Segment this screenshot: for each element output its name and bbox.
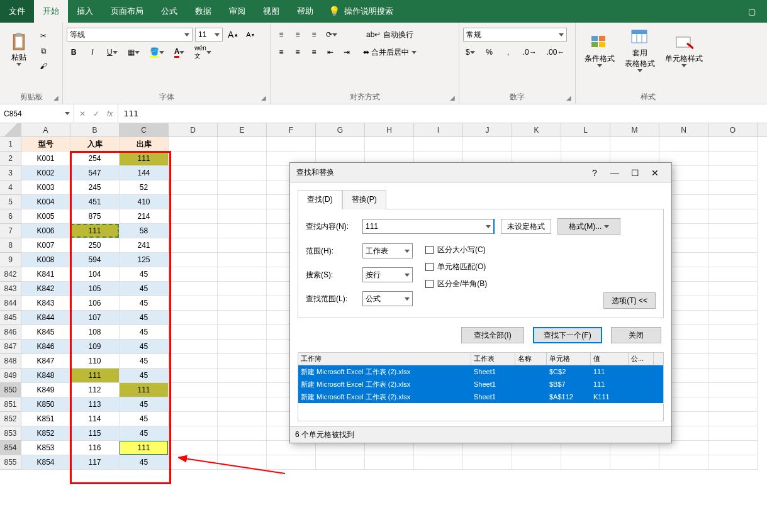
- tab-view[interactable]: 视图: [254, 0, 288, 23]
- increase-decimal-button[interactable]: .0→: [520, 45, 539, 59]
- cell[interactable]: [169, 441, 218, 455]
- borders-button[interactable]: ▦: [125, 45, 142, 59]
- cell[interactable]: [218, 296, 267, 311]
- tab-review[interactable]: 审阅: [220, 0, 254, 23]
- cell[interactable]: [267, 455, 316, 470]
- match-byte-checkbox[interactable]: 区分全/半角(B): [425, 279, 487, 289]
- result-row[interactable]: 新建 Microsoft Excel 工作表 (2).xlsxSheet1$A$…: [298, 391, 663, 403]
- lookin-select[interactable]: 公式: [362, 291, 413, 306]
- cell[interactable]: [708, 180, 758, 195]
- col-header-F[interactable]: F: [267, 123, 316, 136]
- cell[interactable]: [708, 296, 758, 311]
- cell[interactable]: [316, 455, 365, 470]
- row-header[interactable]: 843: [0, 282, 21, 296]
- cell[interactable]: 111: [120, 383, 169, 397]
- font-family-select[interactable]: 等线: [67, 28, 193, 42]
- decrease-indent-button[interactable]: ⇤: [323, 45, 337, 59]
- cell[interactable]: [169, 282, 218, 296]
- dialog-launcher-icon[interactable]: ◢: [450, 94, 455, 101]
- cell[interactable]: [218, 340, 267, 354]
- result-row[interactable]: 新建 Microsoft Excel 工作表 (2).xlsxSheet1$B$…: [298, 378, 663, 391]
- cell[interactable]: [708, 369, 758, 383]
- tell-me-search[interactable]: 💡 操作说明搜索: [328, 0, 393, 23]
- decrease-decimal-button[interactable]: .00←: [544, 45, 568, 59]
- cell[interactable]: 875: [70, 209, 120, 224]
- cell[interactable]: [463, 455, 512, 470]
- col-header-H[interactable]: H: [365, 123, 414, 136]
- col-header-M[interactable]: M: [610, 123, 659, 136]
- cell[interactable]: [708, 137, 758, 152]
- cell[interactable]: [365, 455, 414, 470]
- cell[interactable]: 214: [120, 209, 169, 224]
- cell[interactable]: K001: [21, 152, 70, 166]
- col-header-K[interactable]: K: [512, 123, 561, 136]
- row-header[interactable]: 848: [0, 354, 21, 369]
- phonetic-button[interactable]: wén文: [192, 45, 213, 59]
- cell[interactable]: [708, 238, 758, 253]
- increase-font-button[interactable]: A▲: [225, 28, 241, 42]
- scope-select[interactable]: 工作表: [362, 243, 413, 258]
- cell[interactable]: [708, 253, 758, 267]
- cell[interactable]: 107: [70, 311, 120, 325]
- cell[interactable]: [169, 253, 218, 267]
- cell[interactable]: [218, 152, 267, 166]
- cell[interactable]: 104: [70, 267, 120, 282]
- find-next-button[interactable]: 查找下一个(F): [533, 327, 602, 343]
- col-sheet[interactable]: 工作表: [471, 353, 515, 365]
- enter-icon[interactable]: ✓: [93, 109, 99, 118]
- cell[interactable]: 型号: [21, 137, 70, 152]
- cut-button[interactable]: ✂: [36, 29, 50, 43]
- cell[interactable]: 241: [120, 238, 169, 253]
- dialog-launcher-icon[interactable]: ◢: [261, 94, 266, 101]
- format-painter-button[interactable]: 🖌: [36, 59, 50, 73]
- cell[interactable]: K842: [21, 282, 70, 296]
- tab-data[interactable]: 数据: [186, 0, 220, 23]
- cell[interactable]: 45: [120, 369, 169, 383]
- maximize-button[interactable]: ☐: [625, 163, 645, 183]
- cell[interactable]: [708, 340, 758, 354]
- tab-find[interactable]: 查找(D): [298, 190, 342, 209]
- options-button[interactable]: 选项(T) <<: [603, 292, 656, 309]
- cell[interactable]: [218, 209, 267, 224]
- cancel-icon[interactable]: ✕: [79, 109, 86, 118]
- col-value[interactable]: 值: [591, 353, 629, 365]
- row-header[interactable]: 8: [0, 238, 21, 253]
- results-list[interactable]: 工作簿 工作表 名称 单元格 值 公... 新建 Microsoft Excel…: [298, 352, 664, 421]
- cell[interactable]: 113: [70, 397, 120, 412]
- cell[interactable]: K848: [21, 369, 70, 383]
- italic-button[interactable]: I: [86, 45, 99, 59]
- cell[interactable]: 45: [120, 282, 169, 296]
- tab-replace[interactable]: 替换(P): [342, 190, 386, 209]
- formula-input[interactable]: 111: [118, 104, 767, 123]
- cell[interactable]: [169, 340, 218, 354]
- cell[interactable]: [610, 455, 659, 470]
- underline-button[interactable]: U: [104, 45, 120, 59]
- col-header-O[interactable]: O: [708, 123, 758, 136]
- cell[interactable]: [414, 455, 463, 470]
- cell[interactable]: [561, 455, 610, 470]
- row-header[interactable]: 853: [0, 426, 21, 441]
- cell[interactable]: 45: [120, 455, 169, 470]
- align-bottom-button[interactable]: ≡: [307, 28, 321, 42]
- cell[interactable]: 45: [120, 325, 169, 340]
- cell[interactable]: K004: [21, 195, 70, 209]
- align-center-button[interactable]: ≡: [291, 45, 305, 59]
- cell[interactable]: K845: [21, 325, 70, 340]
- cell[interactable]: K007: [21, 238, 70, 253]
- cell[interactable]: [169, 152, 218, 166]
- align-top-button[interactable]: ≡: [274, 28, 288, 42]
- cell[interactable]: K008: [21, 253, 70, 267]
- font-size-select[interactable]: 11: [195, 28, 223, 42]
- cell[interactable]: K002: [21, 166, 70, 180]
- row-header[interactable]: 9: [0, 253, 21, 267]
- cell[interactable]: 45: [120, 311, 169, 325]
- cell[interactable]: 115: [70, 426, 120, 441]
- cell[interactable]: 112: [70, 383, 120, 397]
- cell[interactable]: [218, 166, 267, 180]
- increase-indent-button[interactable]: ⇥: [340, 45, 354, 59]
- match-case-checkbox[interactable]: 区分大小写(C): [425, 245, 487, 255]
- cell[interactable]: K853: [21, 441, 70, 455]
- cell[interactable]: 108: [70, 325, 120, 340]
- cell[interactable]: 111: [120, 152, 169, 166]
- find-all-button[interactable]: 查找全部(I): [461, 327, 524, 343]
